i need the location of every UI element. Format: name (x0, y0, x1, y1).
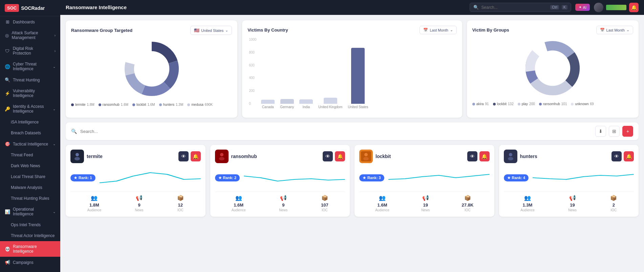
sidebar-item-label: Breach Datasets (11, 131, 41, 135)
sidebar-item-threat-feed[interactable]: Threat Feed (0, 150, 60, 160)
sidebar-item-ransomware-intel[interactable]: 💀 Ransomware Intelligence (0, 241, 60, 257)
y-label: 800 (249, 51, 256, 54)
rank-label: Rank: 2 (223, 176, 237, 180)
rank-badge: ★ Rank: 4 (504, 174, 529, 181)
bars-container: Canada Germany India United Kingdom (261, 41, 453, 109)
eye-button[interactable]: 👁 (178, 151, 189, 161)
sidebar-item-label: Operational Intelligence (13, 207, 50, 216)
cti-icon: 🌐 (5, 64, 10, 69)
ioc-icon: 📦 (177, 195, 184, 201)
bell-button[interactable]: 🔔 (191, 151, 201, 161)
y-label: 1000 (249, 38, 256, 41)
topbar-search[interactable]: 🔍 Ctrl K (470, 3, 571, 12)
bell-button[interactable]: 🔔 (479, 151, 490, 161)
sidebar-item-operational-intel[interactable]: 📊 Operational Intelligence ⌄ (0, 204, 60, 219)
sidebar-item-iam[interactable]: 🔑 Identity & Access Intelligence ⌄ (0, 101, 60, 117)
bar-germany: Germany (280, 99, 294, 109)
eye-button[interactable]: 👁 (467, 151, 477, 161)
ioc-icon: 📦 (610, 195, 617, 201)
sidebar-item-dark-web-news[interactable]: Dark Web News (0, 160, 60, 171)
news-icon: 📢 (279, 195, 287, 201)
donut-svg (121, 38, 182, 99)
rank-label: Rank: 1 (79, 176, 92, 180)
legend-value: 101 (561, 102, 567, 106)
bell-button[interactable]: 🔔 (335, 151, 345, 161)
chevron-down-icon: ⌄ (450, 28, 453, 32)
stat-ioc: 📦 2 IOC (610, 195, 617, 212)
sidebar-item-label: Ops Intel Trends (11, 222, 41, 227)
group-targeted-card: Ransomware Group Targeted 🇺🇸 United Stat… (66, 20, 237, 118)
ai-button[interactable]: ✦ AI (575, 4, 590, 11)
eye-button[interactable]: 👁 (611, 151, 622, 161)
stat-value: 1.6M (232, 202, 246, 208)
news-icon: 📢 (568, 195, 577, 201)
country-filter-button[interactable]: 🇺🇸 United States ⌄ (190, 26, 232, 35)
sidebar-item-ops-intel-trends[interactable]: Ops Intel Trends (0, 219, 60, 230)
flag-icon: 🇺🇸 (194, 28, 199, 33)
sidebar-item-threat-hunting-rules[interactable]: Threat Hunting Rules (0, 193, 60, 204)
victims-country-title: Victims By Country (248, 27, 288, 33)
legend-value: 1.3M (176, 103, 183, 106)
search-icon: 🔍 (71, 129, 77, 134)
bell-button[interactable]: 🔔 (624, 151, 634, 161)
legend-item-medusa: medusa 690K (187, 103, 213, 106)
victim-groups-title: Victim By Groups (472, 27, 509, 33)
sidebar-item-local-threat-share[interactable]: Local Threat Share (0, 171, 60, 182)
status-bar (606, 5, 626, 10)
bar-label: India (302, 105, 310, 109)
sidebar-item-campaigns[interactable]: 📢 Campaigns (0, 257, 60, 268)
eye-button[interactable]: 👁 (323, 151, 333, 161)
rank-row: ★ Rank: 2 (215, 167, 345, 189)
sidebar-item-threat-actor-intel[interactable]: Threat Actor Intelligence (0, 230, 60, 241)
avatar (504, 150, 517, 163)
sidebar-item-label: Identity & Access Intelligence (13, 104, 50, 114)
stat-value: 12 (177, 202, 184, 208)
add-button[interactable]: + (622, 126, 633, 137)
sidebar-item-drp[interactable]: 🛡 Digital Risk Protection › (0, 43, 60, 59)
sidebar-item-dashboards[interactable]: ⊞ Dashboards (0, 16, 60, 27)
stat-value: 2 (610, 202, 617, 208)
stat-label: IOC (610, 208, 617, 212)
search-input[interactable] (481, 5, 548, 10)
sidebar-item-label: Threat Hunting (13, 78, 40, 82)
ransomware-search-input[interactable] (80, 129, 592, 134)
sidebar-item-tactical-intel[interactable]: 🎯 Tactical Intelligence ⌄ (0, 138, 60, 150)
sidebar-item-cti[interactable]: 🌐 Cyber Threat Intelligence ⌄ (0, 59, 60, 74)
victim-groups-filter-button[interactable]: 📅 Last Month ⌄ (596, 26, 633, 34)
bar (324, 98, 337, 104)
sidebar-item-label: Malware Analysis (11, 185, 42, 190)
topbar: Ransomware Intelligence 🔍 Ctrl K ✦ AI 🔔 (60, 0, 644, 15)
sparkline-svg (533, 169, 634, 186)
bar (299, 99, 313, 104)
sparkline (100, 169, 201, 186)
notification-icon[interactable]: 🔔 (629, 3, 639, 12)
stat-value: 27.8K (462, 202, 474, 208)
sidebar-item-breach-datasets[interactable]: Breach Datasets (0, 128, 60, 138)
sidebar-item-malware-analysis[interactable]: Malware Analysis (0, 182, 60, 193)
legend-label: lockbit (497, 102, 507, 106)
donut-chart (71, 38, 232, 99)
tactical-icon: 🎯 (5, 141, 10, 147)
victim-groups-legend: akira 91 lockbit 132 play 200 (472, 102, 633, 106)
download-button[interactable]: ⬇ (595, 126, 606, 137)
grid-view-button[interactable]: ⊞ (609, 126, 620, 137)
ransomware-icon: 💀 (5, 247, 10, 252)
avatar (70, 150, 84, 163)
sidebar-item-asm[interactable]: ◎ Attack Surface Management › (0, 27, 60, 43)
card-actions: 👁 🔔 (467, 151, 490, 161)
bar-label: United Kingdom (318, 105, 342, 109)
sidebar-item-label: Threat Actor Intelligence (11, 233, 55, 238)
card-identity: hunters (504, 150, 537, 163)
lockbit-avatar-icon (361, 151, 371, 161)
victims-country-filter-button[interactable]: 📅 Last Month ⌄ (420, 26, 456, 34)
sidebar-item-threat-hunting[interactable]: 🔍 Threat Hunting (0, 74, 60, 85)
sparkline (388, 169, 490, 186)
sidebar-item-isa-intel[interactable]: iSA Intelligence (0, 117, 60, 128)
sidebar-item-vuln-intel[interactable]: ⚡ Vulnerability Intelligence (0, 85, 60, 101)
sparkline-svg (100, 169, 201, 186)
ransomhub-avatar-icon (217, 151, 227, 161)
charts-row: Ransomware Group Targeted 🇺🇸 United Stat… (66, 20, 639, 118)
audience-icon: 👥 (87, 195, 102, 201)
legend-dot (518, 103, 520, 105)
threat-hunting-icon: 🔍 (5, 77, 10, 82)
